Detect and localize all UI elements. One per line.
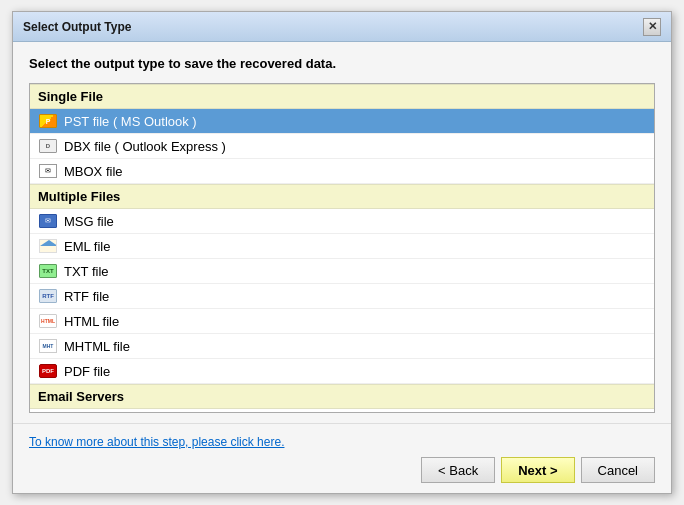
button-row: < Back Next > Cancel — [29, 457, 655, 483]
list-item-mbox[interactable]: ✉ MBOX file — [30, 159, 654, 184]
bottom-area: To know more about this step, please cli… — [13, 423, 671, 493]
mhtml-label: MHTML file — [64, 339, 130, 354]
txt-label: TXT file — [64, 264, 109, 279]
msg-label: MSG file — [64, 214, 114, 229]
category-header-email-servers: Email Servers — [30, 384, 654, 409]
mbox-icon: ✉ — [38, 163, 58, 179]
txt-icon: TXT — [38, 263, 58, 279]
mbox-label: MBOX file — [64, 164, 123, 179]
category-header-multiple-files: Multiple Files — [30, 184, 654, 209]
cancel-button[interactable]: Cancel — [581, 457, 655, 483]
back-button[interactable]: < Back — [421, 457, 495, 483]
list-item-o365[interactable]: O Office 365 — [30, 409, 654, 413]
instruction-text: Select the output type to save the recov… — [29, 56, 655, 71]
dialog-title: Select Output Type — [23, 20, 131, 34]
rtf-label: RTF file — [64, 289, 109, 304]
list-item-dbx[interactable]: D DBX file ( Outlook Express ) — [30, 134, 654, 159]
pst-icon: P — [38, 113, 58, 129]
list-item-mhtml[interactable]: MHT MHTML file — [30, 334, 654, 359]
pdf-icon: PDF — [38, 363, 58, 379]
help-link[interactable]: To know more about this step, please cli… — [29, 434, 655, 449]
dbx-icon: D — [38, 138, 58, 154]
eml-label: EML file — [64, 239, 110, 254]
pdf-label: PDF file — [64, 364, 110, 379]
next-button[interactable]: Next > — [501, 457, 574, 483]
category-header-single-file: Single File — [30, 84, 654, 109]
list-item-msg[interactable]: ✉ MSG file — [30, 209, 654, 234]
content-area: Select the output type to save the recov… — [13, 42, 671, 423]
pst-label: PST file ( MS Outlook ) — [64, 114, 197, 129]
list-item-eml[interactable]: EML file — [30, 234, 654, 259]
title-bar: Select Output Type ✕ — [13, 12, 671, 42]
list-item-html[interactable]: HTML HTML file — [30, 309, 654, 334]
dialog-window: Select Output Type ✕ Select the output t… — [12, 11, 672, 494]
list-item-txt[interactable]: TXT TXT file — [30, 259, 654, 284]
list-inner: Single File P PST file ( MS Outlook ) D … — [30, 84, 654, 413]
mhtml-icon: MHT — [38, 338, 58, 354]
msg-icon: ✉ — [38, 213, 58, 229]
rtf-icon: RTF — [38, 288, 58, 304]
eml-icon — [38, 238, 58, 254]
dbx-label: DBX file ( Outlook Express ) — [64, 139, 226, 154]
list-item-pdf[interactable]: PDF PDF file — [30, 359, 654, 384]
list-item-rtf[interactable]: RTF RTF file — [30, 284, 654, 309]
help-link-text[interactable]: To know more about this step, please cli… — [29, 435, 284, 449]
output-type-list[interactable]: Single File P PST file ( MS Outlook ) D … — [29, 83, 655, 413]
html-label: HTML file — [64, 314, 119, 329]
list-item-pst[interactable]: P PST file ( MS Outlook ) — [30, 109, 654, 134]
close-button[interactable]: ✕ — [643, 18, 661, 36]
html-icon: HTML — [38, 313, 58, 329]
